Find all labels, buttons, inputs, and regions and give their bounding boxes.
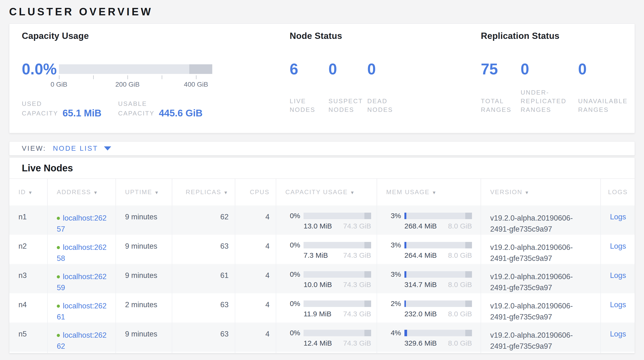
under-replicated-ranges-label: UNDER- REPLICATED RANGES [520,88,578,114]
node-status-stats: 6 LIVE NODES 0 SUSPECT NODES 0 [290,61,481,114]
cell-mem-usage: 3% 264.4 MiB 8.0 GiB [377,235,481,264]
mem-bar-reserved-segment [465,271,472,278]
column-header-logs: LOGS [601,178,635,206]
dead-nodes-count: 0 [367,61,406,78]
capacity-used-value: 11.9 MiB [304,310,331,318]
cell-cpus: 4 [235,322,276,352]
total-ranges-count: 75 [481,61,520,78]
cell-mem-usage: 2% 232.0 MiB 8.0 GiB [377,293,481,322]
column-header-id[interactable]: ID▼ [9,178,48,206]
column-header-uptime[interactable]: UPTIME▼ [116,178,172,206]
cell-mem-usage: 3% 268.4 MiB 8.0 GiB [377,206,481,235]
cell-replicas: 61 [172,264,235,293]
column-header-replicas[interactable]: REPLICAS▼ [172,178,235,206]
capacity-bar [304,330,371,336]
column-header-capacity-usage[interactable]: CAPACITY USAGE▼ [276,178,377,206]
table-row: n4 localhost:26261 2 minutes 63 4 0% 11.… [9,293,635,322]
mem-used-value: 264.4 MiB [404,251,437,259]
sort-descending-icon: ▼ [154,190,159,195]
replication-status-stats: 75 TOTAL RANGES 0 UNDER- REPLICATED RANG… [481,61,635,114]
live-nodes-title: Live Nodes [22,163,73,173]
live-nodes-heading: Live Nodes [9,158,635,178]
suspect-nodes-count: 0 [328,61,367,78]
cell-capacity-usage: 0% 7.3 MiB 74.3 GiB [276,235,377,264]
unavailable-ranges-stat: 0 UNAVAILABLE RANGES [578,61,628,114]
capacity-percent: 0% [284,241,300,249]
logs-link[interactable]: Logs [610,242,626,250]
cell-cpus: 4 [235,235,276,264]
under-replicated-ranges-stat: 0 UNDER- REPLICATED RANGES [520,61,578,114]
column-header-mem-usage[interactable]: MEM USAGE▼ [377,178,481,206]
usable-capacity-stat: USABLE CAPACITY 445.6 GiB [118,99,202,118]
axis-tick [128,75,128,79]
used-capacity-label: USED CAPACITY [22,99,58,118]
cell-logs: Logs [601,293,635,322]
cell-mem-usage: 4% 329.6 MiB 8.0 GiB [377,322,481,352]
node-address-link[interactable]: localhost:26261 [57,302,106,321]
node-address-link[interactable]: localhost:26259 [57,272,106,292]
mem-bar-reserved-segment [465,300,472,307]
capacity-total-value: 74.3 GiB [343,310,371,318]
capacity-used-value: 7.3 MiB [304,251,328,259]
capacity-usage-bar: 0 GiB 200 GiB 400 GiB [59,64,212,74]
node-status-title: Node Status [290,31,481,41]
usable-capacity-value: 445.6 GiB [159,108,202,119]
cell-node-id: n3 [9,264,48,293]
capacity-usage-chart: 0.0% 0 GiB 200 GiB 400 GiB [22,61,290,78]
cell-replicas: 63 [172,235,235,264]
view-dropdown[interactable]: NODE LIST [53,144,111,152]
sort-descending-icon: ▼ [28,190,33,195]
live-status-dot-icon [57,246,60,249]
live-nodes-table: ID▼ADDRESS▼UPTIME▼REPLICAS▼CPUSCAPACITY … [9,178,635,353]
logs-link[interactable]: Logs [610,300,626,309]
capacity-total-value: 74.3 GiB [343,251,371,259]
mem-bar-reserved-segment [465,213,472,219]
logs-link[interactable]: Logs [610,271,626,280]
axis-tick [162,75,162,79]
cell-version: v19.2.0-alpha.20190606-2491-gfe735c9a97 [481,235,601,264]
capacity-percent: 0% [284,212,300,220]
cell-uptime: 9 minutes [116,206,172,235]
axis-tick [93,75,94,79]
total-ranges-label: TOTAL RANGES [481,88,520,114]
mem-total-value: 8.0 GiB [448,310,472,318]
live-nodes-stat: 6 LIVE NODES [290,61,328,114]
cell-node-id: n4 [9,293,48,322]
capacity-bar-reserved-segment [364,300,371,307]
capacity-bar-reserved-segment [364,213,371,219]
capacity-bar [304,271,371,278]
dead-nodes-stat: 0 DEAD NODES [367,61,406,114]
dead-nodes-label: DEAD NODES [367,88,406,114]
logs-link[interactable]: Logs [610,213,626,221]
used-capacity-value: 65.1 MiB [62,108,101,119]
logs-link[interactable]: Logs [610,330,626,338]
capacity-used-value: 10.0 MiB [304,281,332,289]
live-status-dot-icon [57,217,60,220]
mem-percent: 4% [385,329,401,337]
capacity-percent: 0% [284,270,300,278]
cell-uptime: 9 minutes [116,235,172,264]
cell-capacity-usage: 0% 13.0 MiB 74.3 GiB [276,206,377,235]
axis-tick-label: 0 GiB [50,81,67,88]
column-header-address[interactable]: ADDRESS▼ [48,178,116,206]
sort-descending-icon: ▼ [224,190,228,195]
column-header-version[interactable]: VERSION▼ [481,178,601,206]
mem-bar [404,330,472,336]
cell-address: localhost:26262 [48,322,116,352]
page-title: CLUSTER OVERVIEW [9,0,635,18]
mem-total-value: 8.0 GiB [448,339,472,347]
node-address-link[interactable]: localhost:26258 [57,243,106,263]
cell-cpus: 4 [235,293,276,322]
mem-total-value: 8.0 GiB [448,251,472,259]
mem-bar [404,242,472,248]
capacity-total-value: 74.3 GiB [343,339,371,347]
cell-capacity-usage: 0% 12.4 MiB 74.3 GiB [276,322,377,352]
capacity-bar-reserved-segment [364,330,371,336]
mem-total-value: 8.0 GiB [448,222,472,230]
node-address-link[interactable]: localhost:26262 [57,331,106,350]
cell-node-id: n5 [9,322,48,352]
cell-cpus: 4 [235,264,276,293]
mem-total-value: 8.0 GiB [448,281,472,289]
node-address-link[interactable]: localhost:26257 [57,214,106,233]
cell-version: v19.2.0-alpha.20190606-2491-gfe735c9a97 [481,322,601,352]
